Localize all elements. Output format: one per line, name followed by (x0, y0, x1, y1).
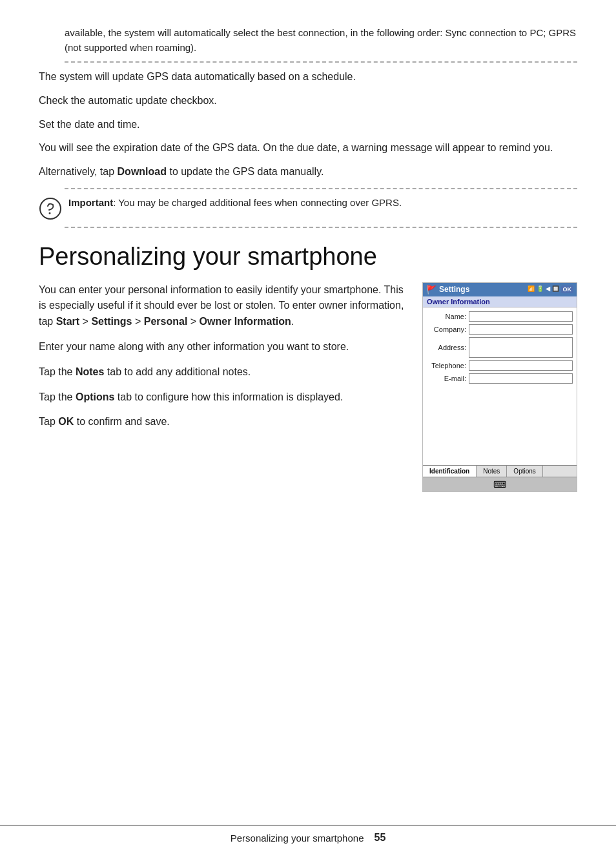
important-icon (39, 197, 62, 220)
device-form: Name: Company: Address: Telephone: E-mai… (423, 307, 577, 388)
titlebar-icons: 📶 🔋 ◀ 🔲 OK (528, 285, 574, 293)
device-tabs: Identification Notes Options (423, 465, 577, 477)
address-input[interactable] (469, 337, 573, 358)
keyboard-icon[interactable]: ⌨ (493, 479, 506, 490)
name-input[interactable] (469, 311, 573, 322)
enter-name-para: Enter your name along with any other inf… (39, 339, 407, 355)
footer-page-number: 55 (374, 832, 385, 844)
intro-para: You can enter your personal information … (39, 282, 407, 330)
back-icon: ◀ (546, 285, 550, 293)
two-col-layout: You can enter your personal information … (39, 282, 577, 492)
auto-update-para: The system will update GPS data automati… (39, 69, 577, 85)
ok-para: Tap OK to confirm and save. (39, 414, 407, 430)
footer-section-title: Personalizing your smartphone (231, 833, 364, 844)
options-tab-para: Tap the Options tab to configure how thi… (39, 389, 407, 406)
important-block: Important: You may be charged additional… (39, 196, 577, 220)
tab-options[interactable]: Options (507, 466, 542, 477)
page-content: available, the system will automatically… (0, 0, 616, 544)
settings-title: Settings (439, 285, 469, 294)
telephone-row: Telephone: (423, 359, 577, 372)
date-time-para: Set the date and time. (39, 117, 577, 133)
tab-notes[interactable]: Notes (477, 466, 507, 477)
ok-icon[interactable]: OK (561, 285, 574, 293)
checkbox-para: Check the automatic update checkbox. (39, 93, 577, 109)
important-text: Important: You may be charged additional… (68, 196, 402, 211)
ok-bold: OK (58, 416, 74, 427)
telephone-input[interactable] (469, 360, 573, 371)
address-label: Address: (427, 344, 469, 351)
device-bottom-bar: ⌨ (423, 477, 577, 492)
download-para: Alternatively, tap Download to update th… (39, 164, 577, 180)
settings-bold: Settings (91, 316, 132, 327)
body-paragraphs-top: The system will update GPS data automati… (39, 69, 577, 180)
dashed-separator-2 (65, 188, 577, 189)
email-input[interactable] (469, 373, 573, 384)
svg-point-0 (40, 198, 61, 219)
name-label: Name: (427, 313, 469, 320)
notes-bold: Notes (76, 366, 104, 377)
screen-icon: 🔲 (552, 285, 559, 293)
start-bold: Start (56, 316, 79, 327)
important-label: Important (68, 197, 113, 208)
telephone-label: Telephone: (427, 362, 469, 369)
address-row: Address: (423, 336, 577, 359)
device-title: 🚩 Settings (426, 285, 469, 295)
windows-icon: 🚩 (426, 285, 436, 295)
owner-info-label: Owner Information (423, 296, 577, 307)
company-input[interactable] (469, 324, 573, 335)
dashed-separator-3 (65, 227, 577, 228)
page-footer: Personalizing your smartphone 55 (0, 825, 616, 850)
name-row: Name: (423, 310, 577, 323)
device-titlebar: 🚩 Settings 📶 🔋 ◀ 🔲 OK (423, 283, 577, 296)
svg-point-1 (49, 212, 51, 214)
device-spacer (423, 388, 577, 465)
signal-icon: 📶 (528, 285, 535, 293)
top-paragraph: available, the system will automatically… (65, 26, 577, 55)
owner-info-bold: Owner Information (200, 316, 291, 327)
email-label: E-mail: (427, 375, 469, 382)
top-text-block: available, the system will automatically… (65, 26, 577, 55)
device-screenshot: 🚩 Settings 📶 🔋 ◀ 🔲 OK Owner Information … (422, 282, 577, 492)
expiration-para: You will see the expiration date of the … (39, 140, 577, 156)
company-row: Company: (423, 323, 577, 336)
company-label: Company: (427, 326, 469, 333)
options-bold: Options (76, 391, 114, 402)
notes-tab-para: Tap the Notes tab to add any additional … (39, 364, 407, 380)
download-bold: Download (118, 166, 167, 177)
tab-identification[interactable]: Identification (423, 466, 477, 477)
personal-bold: Personal (144, 316, 188, 327)
email-row: E-mail: (423, 372, 577, 385)
text-column: You can enter your personal information … (39, 282, 407, 440)
dashed-separator-1 (65, 61, 577, 63)
section-heading: Personalizing your smartphone (39, 242, 577, 272)
battery-icon: 🔋 (537, 285, 544, 293)
